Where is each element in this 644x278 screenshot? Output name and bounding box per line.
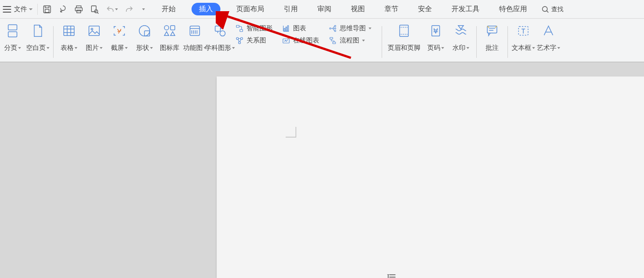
- flowchart-label: 流程图: [340, 36, 359, 45]
- save-as-icon[interactable]: [58, 5, 68, 14]
- save-icon[interactable]: [42, 5, 52, 14]
- fnchart-label: 功能图: [183, 44, 203, 52]
- shape-button[interactable]: 形状: [132, 23, 157, 52]
- print-preview-icon[interactable]: [90, 5, 99, 14]
- textbox-button[interactable]: 文本框: [511, 23, 536, 52]
- tab-home[interactable]: 开始: [158, 3, 179, 15]
- svg-rect-11: [89, 26, 100, 36]
- chart-button[interactable]: 图表: [282, 24, 329, 33]
- divider: [53, 26, 54, 58]
- svg-point-12: [91, 28, 93, 30]
- ribbon: 分页 空白页 表格: [0, 19, 644, 63]
- tab-view[interactable]: 视图: [347, 3, 369, 15]
- chevron-down-icon: [115, 8, 118, 10]
- tab-insert[interactable]: 插入: [192, 3, 220, 15]
- watermark-label: 水印: [452, 44, 466, 52]
- chevron-down-icon: [18, 47, 21, 49]
- table-button[interactable]: 表格: [56, 23, 82, 52]
- chart-label: 图表: [293, 24, 306, 33]
- comment-label: 批注: [486, 44, 499, 52]
- svg-point-30: [329, 28, 331, 29]
- text-cursor-icon: I ☰: [387, 272, 395, 278]
- smartshape-label: 智能图形: [247, 24, 273, 33]
- textbox-label: 文本框: [512, 44, 531, 52]
- customize-qa-chevron[interactable]: [142, 8, 145, 10]
- svg-rect-26: [286, 27, 287, 31]
- tab-feature[interactable]: 特色应用: [495, 3, 531, 15]
- svg-point-31: [335, 25, 336, 27]
- chevron-down-icon: [532, 47, 535, 49]
- wordart-label: 艺术字: [537, 44, 556, 52]
- wordart-icon: [541, 23, 555, 38]
- chevron-down-icon: [369, 28, 371, 29]
- document-canvas[interactable]: I ☰: [0, 63, 644, 278]
- tab-dev[interactable]: 开发工具: [448, 3, 483, 15]
- watermark-button[interactable]: 水印: [448, 23, 473, 52]
- tab-review[interactable]: 审阅: [314, 3, 335, 15]
- pagenum-button[interactable]: 页码: [423, 23, 448, 52]
- svg-rect-18: [215, 26, 220, 31]
- pagenum-icon: [429, 23, 443, 38]
- screenshot-label: 截屏: [111, 44, 124, 52]
- blankpage-icon: [31, 23, 45, 38]
- subjectshape-button[interactable]: 学科图形: [207, 23, 233, 52]
- comment-button[interactable]: 批注: [480, 23, 505, 52]
- svg-point-33: [335, 30, 336, 32]
- chart-icon: [282, 24, 290, 33]
- pagebreak-icon: [6, 23, 20, 38]
- flowchart-icon: [329, 36, 337, 45]
- svg-point-7: [542, 7, 548, 12]
- topbar: 文件: [0, 0, 644, 19]
- headerfooter-button[interactable]: 页眉和页脚: [385, 23, 423, 52]
- relation-icon: [235, 36, 244, 45]
- mindmap-button[interactable]: 思维导图: [329, 24, 379, 33]
- undo-button[interactable]: [106, 5, 118, 14]
- picture-label: 图片: [86, 44, 99, 52]
- tab-layout[interactable]: 页面布局: [233, 3, 268, 15]
- subjectshape-label: 学科图形: [205, 44, 231, 52]
- svg-rect-37: [432, 26, 440, 36]
- svg-rect-10: [64, 26, 75, 36]
- wordart-button[interactable]: 艺术字: [536, 23, 561, 52]
- fnchart-icon: [188, 23, 202, 38]
- redo-button[interactable]: [124, 5, 134, 14]
- tab-refs[interactable]: 引用: [280, 3, 301, 15]
- onlinechart-button[interactable]: 在线图表: [282, 36, 329, 45]
- smartshape-button[interactable]: 智能图形: [235, 24, 282, 33]
- comment-icon: [485, 23, 499, 38]
- search-label: 查找: [551, 5, 563, 14]
- blankpage-button[interactable]: 空白页: [25, 23, 50, 52]
- file-menu[interactable]: 文件: [14, 5, 27, 14]
- svg-rect-20: [236, 25, 239, 28]
- divider: [37, 4, 38, 15]
- flowchart-button[interactable]: 流程图: [329, 36, 379, 45]
- search-button[interactable]: 查找: [541, 5, 563, 14]
- chevron-down-icon: [29, 8, 33, 10]
- mindmap-icon: [329, 24, 337, 33]
- iconlib-icon: [163, 23, 177, 38]
- picture-button[interactable]: 图片: [82, 23, 107, 52]
- hamburger-icon[interactable]: [3, 6, 11, 13]
- screenshot-button[interactable]: 截屏: [107, 23, 132, 52]
- relation-button[interactable]: 关系图: [235, 36, 282, 45]
- pagenum-label: 页码: [427, 44, 440, 52]
- iconlib-button[interactable]: 图标库: [157, 23, 182, 52]
- chevron-down-icon: [125, 47, 128, 49]
- print-icon[interactable]: [74, 5, 83, 14]
- chevron-down-icon: [362, 40, 365, 42]
- watermark-icon: [454, 23, 468, 38]
- margin-corner-mark: [286, 127, 297, 138]
- pagebreak-button[interactable]: 分页: [0, 23, 25, 52]
- headerfooter-label: 页眉和页脚: [388, 44, 420, 52]
- textbox-icon: [516, 23, 530, 38]
- fnchart-button[interactable]: 功能图: [182, 23, 207, 52]
- iconlib-label: 图标库: [160, 44, 179, 52]
- svg-point-29: [288, 37, 289, 39]
- chevron-down-icon: [466, 47, 469, 49]
- document-page[interactable]: [217, 76, 644, 278]
- ribbon-tabs: 开始 插入 页面布局 引用 审阅 视图 章节 安全 开发工具 特色应用: [158, 3, 531, 15]
- svg-rect-36: [400, 25, 409, 36]
- svg-point-19: [220, 31, 225, 36]
- tab-chapter[interactable]: 章节: [381, 3, 402, 15]
- tab-security[interactable]: 安全: [414, 3, 436, 15]
